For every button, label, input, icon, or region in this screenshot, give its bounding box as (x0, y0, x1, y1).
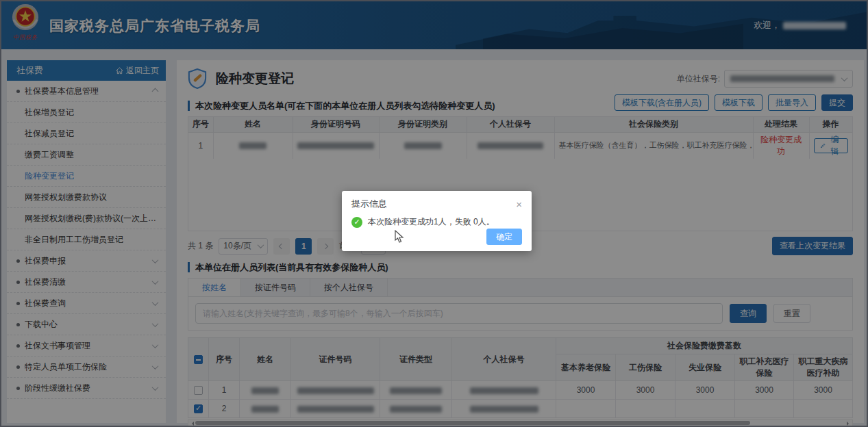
mouse-cursor (395, 230, 404, 244)
app-window: 中国税务 国家税务总局广东省电子税务局 欢迎， 社保费 返回主页 社保费基本信息… (0, 0, 868, 427)
success-check-icon: ✓ (351, 217, 362, 228)
confirm-button[interactable]: 确定 (486, 229, 522, 245)
dialog-message: 本次险种变更成功1人，失败 0人。 (368, 216, 495, 228)
close-icon[interactable]: × (516, 199, 522, 209)
dialog-title: 提示信息 (351, 198, 387, 210)
prompt-dialog: 提示信息 × ✓ 本次险种变更成功1人，失败 0人。 确定 (342, 191, 532, 251)
